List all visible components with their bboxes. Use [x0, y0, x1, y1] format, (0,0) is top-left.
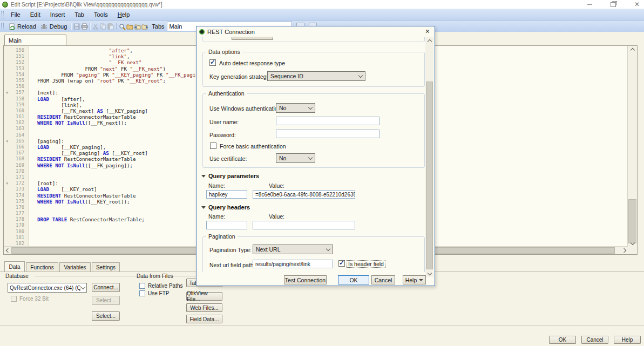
test-connection-button[interactable]: Test Connection [284, 275, 327, 284]
data-options-group [202, 52, 425, 87]
bookmark-arrow-icon: ▲ [4, 180, 10, 186]
ok-button[interactable]: OK [549, 336, 576, 344]
print-icon[interactable] [80, 23, 88, 30]
save-icon[interactable] [73, 23, 80, 30]
authentication-label: Authentication [206, 90, 247, 97]
scroll-right-arrow[interactable] [621, 247, 628, 254]
qp-value-input[interactable]: =8c6e0be0-6aca-49fc-8008-e52210d2635b [253, 190, 355, 199]
cancel-button[interactable]: Cancel [581, 336, 608, 344]
dialog-ok-button[interactable]: OK [338, 275, 369, 284]
username-input[interactable] [276, 117, 379, 125]
back-folder-icon[interactable] [133, 23, 141, 30]
tab-variables[interactable]: Variables [59, 262, 91, 272]
help-dropdown-icon [419, 279, 423, 281]
copy-icon[interactable] [99, 23, 107, 30]
forward-folder-icon[interactable] [141, 23, 148, 30]
menu-edit[interactable]: Edit [25, 10, 45, 19]
use-ftp-checkbox[interactable] [139, 290, 145, 296]
menu-help[interactable]: Help [113, 10, 135, 19]
reload-button[interactable]: Reload [6, 22, 38, 31]
tab-functions[interactable]: Functions [26, 262, 58, 272]
collapse-triangle-icon [201, 206, 206, 209]
help-button[interactable]: Help [614, 336, 641, 344]
win-auth-label: Use Windows authentication: [209, 105, 282, 112]
dialog-title-bar[interactable]: REST Connection × [196, 26, 435, 37]
menu-insert[interactable]: Insert [45, 10, 70, 19]
connect-button[interactable]: Connect... [92, 283, 120, 292]
use-certificate-label: Use certificate: [209, 155, 247, 162]
dialog-scroll-up-arrow[interactable] [425, 37, 433, 44]
password-label: Password: [209, 132, 236, 138]
close-button[interactable]: ✕ [634, 2, 640, 7]
debug-icon [40, 23, 48, 30]
auto-detect-checkbox[interactable] [209, 59, 216, 66]
force-32bit-checkbox[interactable] [11, 296, 17, 302]
tab-settings[interactable]: Settings [92, 262, 120, 272]
bookmark-arrow-icon: ▲ [4, 90, 10, 96]
dialog-title: REST Connection [207, 29, 255, 35]
relative-paths-checkbox[interactable] [139, 283, 145, 289]
menu-tab[interactable]: Tab [70, 10, 89, 19]
search-icon[interactable] [118, 23, 126, 30]
query-parameters-header[interactable]: Query parameters [201, 173, 259, 179]
rest-connection-dialog: REST Connection × Data options Auto dete… [196, 26, 435, 286]
paste-icon[interactable] [107, 23, 114, 30]
web-files-button[interactable]: Web Files... [186, 303, 222, 312]
dialog-close-icon[interactable]: × [425, 27, 430, 36]
script-tab-main[interactable]: Main [4, 35, 66, 46]
key-strategy-select[interactable]: Sequence ID [267, 71, 365, 81]
relative-paths-row: Relative Paths [139, 283, 182, 289]
scroll-down-arrow[interactable] [628, 240, 637, 247]
select-button-disabled: Select... [92, 296, 120, 305]
key-strategy-label: Key generation strategy: [209, 73, 271, 80]
toolbar-grip2 [1, 23, 4, 30]
qh-name-input[interactable] [206, 221, 247, 229]
scroll-up-arrow[interactable] [628, 46, 637, 53]
data-from-files-group-label: Data from Files [137, 273, 173, 279]
force-32bit-row: Force 32 Bit [11, 296, 49, 302]
scrollbar-corner [628, 247, 637, 254]
separator [71, 23, 71, 30]
folder-icon[interactable] [126, 23, 133, 30]
qh-value-label: Value: [269, 213, 284, 220]
pagination-type-select[interactable]: Next URL [253, 245, 333, 254]
qp-name-input[interactable]: hapikey [206, 190, 247, 199]
maximize-button[interactable] [611, 2, 616, 7]
tab-data[interactable]: Data [4, 261, 25, 272]
dialog-cancel-button[interactable]: Cancel [371, 275, 395, 284]
pagination-label: Pagination [206, 233, 238, 240]
collapse-triangle-icon [201, 175, 206, 178]
scroll-left-arrow[interactable] [4, 247, 11, 254]
menu-file[interactable]: File [6, 10, 25, 19]
rest-connector-icon [199, 29, 205, 35]
qlikview-file-button[interactable]: QlikView File... [186, 292, 222, 301]
force-basic-auth-checkbox[interactable] [210, 143, 216, 149]
qp-value-label: Value: [269, 182, 284, 189]
use-certificate-select[interactable]: No [276, 153, 315, 163]
partially-visible-button[interactable] [232, 37, 273, 40]
debug-button[interactable]: Debug [38, 22, 69, 31]
field-data-button[interactable]: Field Data... [186, 315, 222, 323]
dialog-help-button[interactable]: Help [403, 275, 426, 284]
cut-icon[interactable] [92, 23, 99, 30]
dialog-scrollbar[interactable] [425, 37, 433, 277]
win-auth-select[interactable]: No [276, 103, 315, 113]
use-ftp-row: Use FTP [139, 290, 169, 296]
force-basic-auth-label: Force basic authentication [220, 143, 286, 150]
window-title: Edit Script [E:\Projects\BI\Qlik View\qq… [11, 2, 162, 8]
minimize-button[interactable] [587, 4, 592, 5]
vertical-scroll-thumb[interactable] [628, 199, 636, 243]
select-button[interactable]: Select... [92, 311, 120, 321]
dialog-scroll-thumb[interactable] [426, 82, 433, 269]
next-url-input[interactable]: results/paging/next/link [253, 260, 333, 268]
database-connector-select[interactable]: QvRestConnector.exe (64) (Qlik [8, 283, 87, 293]
editor-vertical-scrollbar[interactable] [627, 46, 637, 247]
menu-tools[interactable]: Tools [89, 10, 113, 19]
footer-separator [0, 325, 644, 326]
password-input[interactable] [276, 130, 379, 138]
is-header-field-checkbox[interactable] [338, 260, 345, 267]
query-headers-header[interactable]: Query headers [201, 204, 250, 211]
qp-name-label: Name: [208, 182, 225, 189]
qh-value-input[interactable] [253, 221, 355, 229]
dialog-scroll-down-arrow[interactable] [425, 270, 433, 277]
